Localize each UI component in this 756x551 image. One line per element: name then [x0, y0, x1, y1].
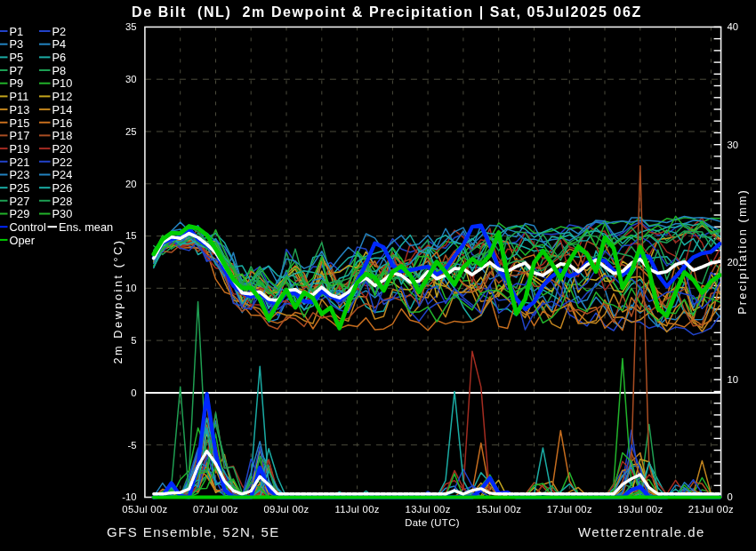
svg-text:30: 30 [728, 140, 739, 150]
svg-text:40: 40 [728, 21, 739, 32]
svg-text:-5: -5 [127, 440, 136, 451]
svg-text:Oper: Oper [10, 234, 36, 247]
svg-text:5: 5 [131, 335, 136, 346]
svg-text:De Bilt (NL) 2m Dewpoint & P: De Bilt (NL) 2m Dewpoint & Precipitation… [132, 4, 642, 20]
svg-text:10: 10 [125, 283, 137, 293]
svg-text:P29: P29 [10, 207, 30, 220]
svg-text:Control: Control [10, 220, 46, 234]
svg-text:05Jul 00z: 05Jul 00z [122, 504, 167, 515]
svg-text:P27: P27 [10, 195, 30, 208]
svg-text:P2: P2 [52, 25, 67, 38]
svg-text:P13: P13 [10, 103, 30, 116]
svg-text:P30: P30 [52, 207, 73, 220]
svg-text:21Jul 00z: 21Jul 00z [688, 504, 734, 515]
svg-text:P15: P15 [10, 116, 30, 130]
svg-text:P28: P28 [52, 195, 73, 208]
svg-text:15Jul 00z: 15Jul 00z [476, 504, 521, 515]
svg-text:07Jul 00z: 07Jul 00z [193, 504, 238, 515]
svg-text:Precipitation (mm): Precipitation (mm) [736, 188, 749, 315]
svg-text:19Jul 00z: 19Jul 00z [617, 504, 663, 515]
svg-text:P1: P1 [10, 25, 24, 38]
svg-text:15: 15 [125, 230, 137, 241]
svg-text:P14: P14 [52, 103, 73, 116]
svg-text:P10: P10 [52, 76, 73, 90]
svg-text:P16: P16 [52, 116, 73, 130]
svg-text:P8: P8 [52, 64, 67, 77]
svg-text:P4: P4 [52, 37, 67, 51]
svg-text:P5: P5 [10, 51, 24, 64]
svg-text:P25: P25 [10, 181, 30, 195]
svg-text:Ens. mean: Ens. mean [59, 220, 113, 234]
svg-text:35: 35 [125, 21, 137, 32]
svg-text:11Jul 00z: 11Jul 00z [334, 504, 379, 515]
svg-text:10: 10 [728, 374, 739, 385]
svg-text:P21: P21 [10, 156, 30, 169]
svg-text:P20: P20 [52, 142, 73, 156]
svg-text:-10: -10 [122, 491, 136, 502]
svg-text:Wetterzentrale.de: Wetterzentrale.de [578, 524, 705, 539]
svg-text:P22: P22 [52, 156, 73, 169]
svg-text:GFS Ensemble, 52N, 5E: GFS Ensemble, 52N, 5E [107, 524, 280, 539]
svg-text:2m Dewpoint (°C): 2m Dewpoint (°C) [111, 238, 125, 363]
svg-text:13Jul 00z: 13Jul 00z [406, 504, 451, 515]
svg-text:P6: P6 [52, 51, 67, 64]
svg-text:Date (UTC): Date (UTC) [405, 517, 460, 528]
svg-text:20: 20 [125, 179, 137, 189]
svg-text:P3: P3 [10, 37, 24, 51]
svg-text:25: 25 [125, 126, 137, 137]
svg-text:P18: P18 [52, 129, 73, 142]
svg-text:P17: P17 [10, 129, 30, 142]
svg-text:P19: P19 [10, 142, 30, 156]
svg-text:P7: P7 [10, 64, 24, 77]
svg-text:P12: P12 [52, 90, 73, 103]
svg-text:17Jul 00z: 17Jul 00z [547, 504, 592, 515]
svg-text:09Jul 00z: 09Jul 00z [263, 504, 309, 515]
svg-text:0: 0 [728, 491, 733, 502]
svg-text:0: 0 [131, 387, 136, 398]
svg-text:30: 30 [125, 74, 137, 84]
svg-text:P9: P9 [10, 76, 24, 90]
svg-text:P23: P23 [10, 168, 30, 181]
svg-text:P24: P24 [52, 168, 73, 181]
svg-text:P26: P26 [52, 181, 73, 195]
svg-text:P11: P11 [10, 90, 29, 103]
